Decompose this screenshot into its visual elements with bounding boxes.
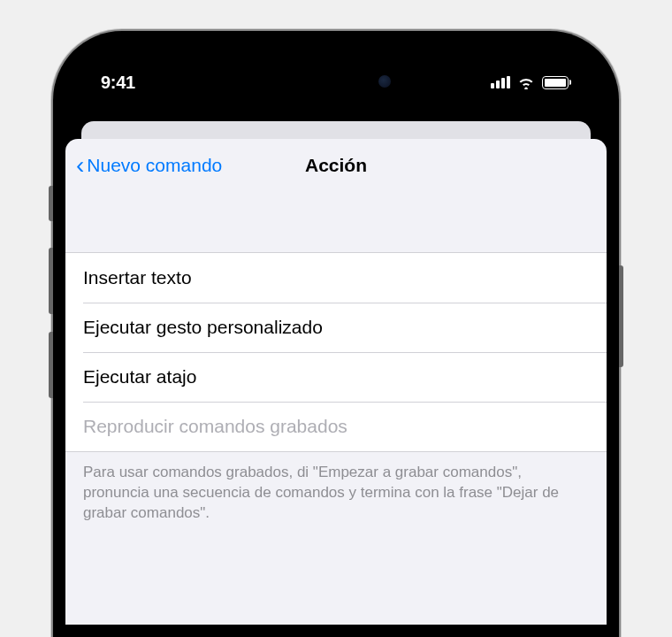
status-time: 9:41: [101, 57, 135, 93]
dynamic-island: [265, 61, 407, 101]
phone-frame: 9:41 ‹: [53, 31, 619, 637]
battery-icon: [542, 76, 571, 89]
front-camera: [378, 75, 391, 88]
action-list: Insertar texto Ejecutar gesto personaliz…: [65, 252, 607, 452]
action-shortcut[interactable]: Ejecutar atajo: [65, 352, 607, 402]
volume-up-button: [49, 248, 53, 314]
navigation-bar: ‹ Nuevo comando Acción: [65, 139, 607, 192]
chevron-left-icon: ‹: [76, 153, 84, 178]
action-recorded-commands: Reproducir comandos grabados: [65, 402, 607, 451]
power-button: [619, 265, 623, 367]
volume-down-button: [49, 332, 53, 398]
screen: 9:41 ‹: [65, 43, 607, 625]
back-button[interactable]: ‹ Nuevo comando: [76, 153, 222, 178]
silent-switch: [49, 186, 53, 221]
action-insert-text[interactable]: Insertar texto: [65, 253, 607, 303]
modal-sheet: ‹ Nuevo comando Acción Insertar texto Ej…: [65, 139, 607, 625]
back-label: Nuevo comando: [87, 155, 222, 176]
wifi-icon: [517, 76, 535, 89]
footer-help-text: Para usar comandos grabados, di "Empezar…: [65, 452, 607, 534]
page-title: Acción: [305, 155, 367, 176]
action-custom-gesture[interactable]: Ejecutar gesto personalizado: [65, 303, 607, 352]
status-icons: [491, 60, 571, 89]
cellular-signal-icon: [491, 76, 510, 88]
